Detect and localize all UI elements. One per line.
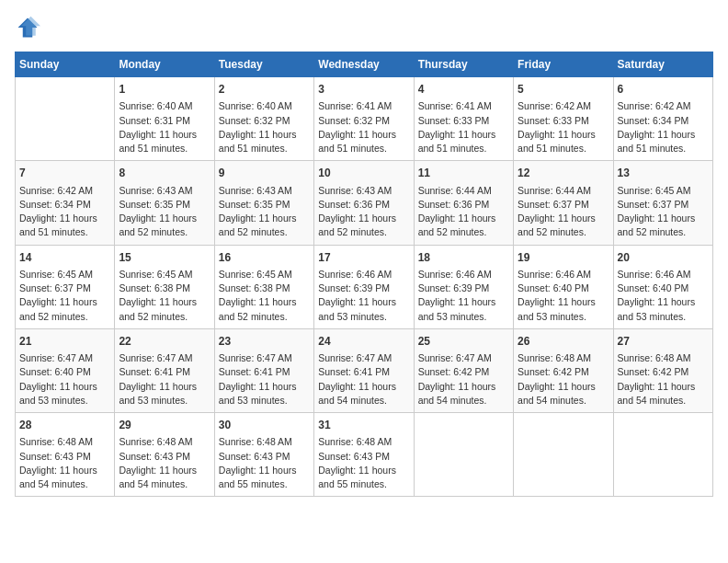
calendar-cell: 24Sunrise: 6:47 AM Sunset: 6:41 PM Dayli… <box>314 328 414 412</box>
calendar-cell <box>16 77 115 161</box>
day-number: 3 <box>318 82 409 98</box>
calendar-cell: 12Sunrise: 6:44 AM Sunset: 6:37 PM Dayli… <box>514 161 613 245</box>
cell-content: Sunrise: 6:42 AM Sunset: 6:34 PM Dayligh… <box>19 184 110 240</box>
day-number: 20 <box>618 250 709 266</box>
calendar-cell: 11Sunrise: 6:44 AM Sunset: 6:36 PM Dayli… <box>414 161 513 245</box>
calendar-cell: 25Sunrise: 6:47 AM Sunset: 6:42 PM Dayli… <box>414 328 513 412</box>
calendar-cell: 23Sunrise: 6:47 AM Sunset: 6:41 PM Dayli… <box>214 328 313 412</box>
calendar-cell: 2Sunrise: 6:40 AM Sunset: 6:32 PM Daylig… <box>214 77 313 161</box>
day-number: 26 <box>518 334 609 350</box>
calendar-cell <box>514 413 613 497</box>
day-number: 31 <box>318 418 409 433</box>
cell-content: Sunrise: 6:48 AM Sunset: 6:42 PM Dayligh… <box>618 351 709 408</box>
cell-content: Sunrise: 6:45 AM Sunset: 6:37 PM Dayligh… <box>618 184 709 240</box>
cell-content: Sunrise: 6:42 AM Sunset: 6:33 PM Dayligh… <box>518 99 609 155</box>
calendar-cell: 28Sunrise: 6:48 AM Sunset: 6:43 PM Dayli… <box>16 413 115 497</box>
col-header-sunday: Sunday <box>16 52 115 77</box>
col-header-friday: Friday <box>514 52 613 77</box>
calendar-cell: 1Sunrise: 6:40 AM Sunset: 6:31 PM Daylig… <box>115 77 214 161</box>
day-number: 29 <box>119 418 210 433</box>
calendar-cell <box>613 413 712 497</box>
cell-content: Sunrise: 6:48 AM Sunset: 6:42 PM Dayligh… <box>518 351 609 408</box>
col-header-monday: Monday <box>115 52 214 77</box>
cell-content: Sunrise: 6:44 AM Sunset: 6:36 PM Dayligh… <box>418 184 509 240</box>
cell-content: Sunrise: 6:41 AM Sunset: 6:32 PM Dayligh… <box>318 99 409 155</box>
day-number: 25 <box>418 334 509 350</box>
cell-content: Sunrise: 6:47 AM Sunset: 6:41 PM Dayligh… <box>318 351 409 408</box>
day-number: 16 <box>219 250 310 266</box>
day-number: 18 <box>418 250 509 266</box>
cell-content: Sunrise: 6:48 AM Sunset: 6:43 PM Dayligh… <box>219 435 310 491</box>
cell-content: Sunrise: 6:48 AM Sunset: 6:43 PM Dayligh… <box>318 435 409 491</box>
calendar-cell: 15Sunrise: 6:45 AM Sunset: 6:38 PM Dayli… <box>115 245 214 328</box>
cell-content: Sunrise: 6:48 AM Sunset: 6:43 PM Dayligh… <box>119 435 210 491</box>
calendar-week-4: 21Sunrise: 6:47 AM Sunset: 6:40 PM Dayli… <box>16 328 713 412</box>
page-header <box>15 15 713 40</box>
day-number: 4 <box>418 82 509 98</box>
calendar-cell: 16Sunrise: 6:45 AM Sunset: 6:38 PM Dayli… <box>214 245 313 328</box>
calendar-cell: 18Sunrise: 6:46 AM Sunset: 6:39 PM Dayli… <box>414 245 513 328</box>
calendar-cell: 26Sunrise: 6:48 AM Sunset: 6:42 PM Dayli… <box>514 328 613 412</box>
cell-content: Sunrise: 6:42 AM Sunset: 6:34 PM Dayligh… <box>618 99 709 155</box>
calendar-week-2: 7Sunrise: 6:42 AM Sunset: 6:34 PM Daylig… <box>16 161 713 245</box>
calendar-cell: 21Sunrise: 6:47 AM Sunset: 6:40 PM Dayli… <box>16 328 115 412</box>
logo-icon <box>15 15 40 40</box>
day-number: 6 <box>618 82 709 98</box>
calendar-cell: 13Sunrise: 6:45 AM Sunset: 6:37 PM Dayli… <box>613 161 712 245</box>
day-number: 21 <box>19 334 110 350</box>
calendar-cell: 10Sunrise: 6:43 AM Sunset: 6:36 PM Dayli… <box>314 161 414 245</box>
day-number: 30 <box>219 418 310 433</box>
cell-content: Sunrise: 6:40 AM Sunset: 6:32 PM Dayligh… <box>219 99 310 155</box>
day-number: 15 <box>119 250 210 266</box>
calendar-cell: 19Sunrise: 6:46 AM Sunset: 6:40 PM Dayli… <box>514 245 613 328</box>
day-number: 1 <box>119 82 210 98</box>
calendar-cell <box>414 413 513 497</box>
calendar-cell: 14Sunrise: 6:45 AM Sunset: 6:37 PM Dayli… <box>16 245 115 328</box>
cell-content: Sunrise: 6:47 AM Sunset: 6:40 PM Dayligh… <box>19 351 110 408</box>
cell-content: Sunrise: 6:44 AM Sunset: 6:37 PM Dayligh… <box>518 184 609 240</box>
col-header-tuesday: Tuesday <box>214 52 313 77</box>
logo <box>15 15 44 40</box>
calendar-cell: 7Sunrise: 6:42 AM Sunset: 6:34 PM Daylig… <box>16 161 115 245</box>
calendar-cell: 8Sunrise: 6:43 AM Sunset: 6:35 PM Daylig… <box>115 161 214 245</box>
cell-content: Sunrise: 6:45 AM Sunset: 6:37 PM Dayligh… <box>19 268 110 324</box>
day-number: 22 <box>119 334 210 350</box>
day-number: 27 <box>618 334 709 350</box>
cell-content: Sunrise: 6:47 AM Sunset: 6:42 PM Dayligh… <box>418 351 509 408</box>
cell-content: Sunrise: 6:45 AM Sunset: 6:38 PM Dayligh… <box>119 268 210 324</box>
cell-content: Sunrise: 6:46 AM Sunset: 6:40 PM Dayligh… <box>618 268 709 324</box>
cell-content: Sunrise: 6:48 AM Sunset: 6:43 PM Dayligh… <box>19 435 110 491</box>
col-header-saturday: Saturday <box>613 52 712 77</box>
calendar-cell: 5Sunrise: 6:42 AM Sunset: 6:33 PM Daylig… <box>514 77 613 161</box>
day-number: 11 <box>418 166 509 181</box>
cell-content: Sunrise: 6:43 AM Sunset: 6:35 PM Dayligh… <box>219 184 310 240</box>
calendar-cell: 22Sunrise: 6:47 AM Sunset: 6:41 PM Dayli… <box>115 328 214 412</box>
day-number: 28 <box>19 418 110 433</box>
calendar-cell: 9Sunrise: 6:43 AM Sunset: 6:35 PM Daylig… <box>214 161 313 245</box>
col-header-thursday: Thursday <box>414 52 513 77</box>
day-number: 23 <box>219 334 310 350</box>
day-number: 17 <box>318 250 409 266</box>
calendar-table: SundayMondayTuesdayWednesdayThursdayFrid… <box>15 52 713 497</box>
day-number: 8 <box>119 166 210 181</box>
day-number: 13 <box>618 166 709 181</box>
calendar-header-row: SundayMondayTuesdayWednesdayThursdayFrid… <box>16 52 713 77</box>
cell-content: Sunrise: 6:47 AM Sunset: 6:41 PM Dayligh… <box>119 351 210 408</box>
calendar-cell: 29Sunrise: 6:48 AM Sunset: 6:43 PM Dayli… <box>115 413 214 497</box>
day-number: 12 <box>518 166 609 181</box>
day-number: 19 <box>518 250 609 266</box>
cell-content: Sunrise: 6:47 AM Sunset: 6:41 PM Dayligh… <box>219 351 310 408</box>
cell-content: Sunrise: 6:46 AM Sunset: 6:39 PM Dayligh… <box>318 268 409 324</box>
cell-content: Sunrise: 6:45 AM Sunset: 6:38 PM Dayligh… <box>219 268 310 324</box>
calendar-cell: 17Sunrise: 6:46 AM Sunset: 6:39 PM Dayli… <box>314 245 414 328</box>
calendar-cell: 6Sunrise: 6:42 AM Sunset: 6:34 PM Daylig… <box>613 77 712 161</box>
day-number: 10 <box>318 166 409 181</box>
calendar-cell: 20Sunrise: 6:46 AM Sunset: 6:40 PM Dayli… <box>613 245 712 328</box>
cell-content: Sunrise: 6:41 AM Sunset: 6:33 PM Dayligh… <box>418 99 509 155</box>
calendar-week-1: 1Sunrise: 6:40 AM Sunset: 6:31 PM Daylig… <box>16 77 713 161</box>
day-number: 2 <box>219 82 310 98</box>
calendar-week-3: 14Sunrise: 6:45 AM Sunset: 6:37 PM Dayli… <box>16 245 713 328</box>
calendar-week-5: 28Sunrise: 6:48 AM Sunset: 6:43 PM Dayli… <box>16 413 713 497</box>
cell-content: Sunrise: 6:40 AM Sunset: 6:31 PM Dayligh… <box>119 99 210 155</box>
day-number: 5 <box>518 82 609 98</box>
